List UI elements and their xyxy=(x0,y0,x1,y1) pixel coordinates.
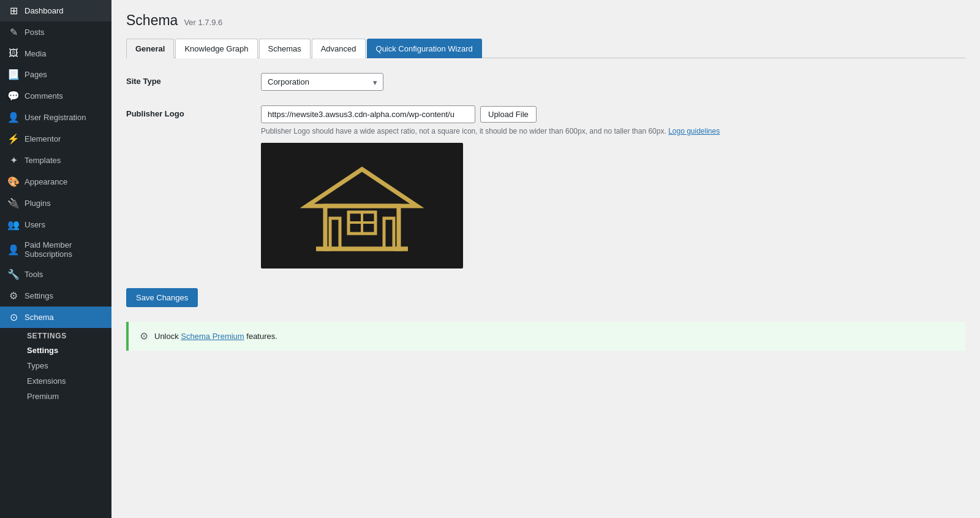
page-title-version: Ver 1.7.9.6 xyxy=(184,18,222,27)
sidebar-item-label: Plugins xyxy=(24,199,51,208)
sidebar-item-pages[interactable]: 📃 Pages xyxy=(0,64,111,85)
tools-icon: 🔧 xyxy=(7,269,20,280)
plugins-icon: 🔌 xyxy=(7,197,20,209)
templates-icon: ✦ xyxy=(7,154,20,166)
site-type-row: Site Type Corporation News Blog LocalBus… xyxy=(126,73,965,91)
dashboard-icon: ⊞ xyxy=(7,5,20,17)
sidebar-item-user-registration[interactable]: 👤 User Registration xyxy=(0,107,111,128)
save-changes-button[interactable]: Save Changes xyxy=(126,288,198,307)
main-content: Schema Ver 1.7.9.6 General Knowledge Gra… xyxy=(111,0,980,518)
users-icon: 👥 xyxy=(7,219,20,230)
sidebar-item-templates[interactable]: ✦ Templates xyxy=(0,150,111,171)
sidebar-item-appearance[interactable]: 🎨 Appearance xyxy=(0,171,111,192)
sidebar: ⊞ Dashboard ✎ Posts 🖼 Media 📃 Pages 💬 Co… xyxy=(0,0,111,518)
site-type-control: Corporation News Blog LocalBusiness Pers… xyxy=(261,73,965,91)
elementor-icon: ⚡ xyxy=(7,133,20,145)
site-type-select[interactable]: Corporation News Blog LocalBusiness Pers… xyxy=(261,73,383,91)
sidebar-item-label: Media xyxy=(24,49,46,58)
site-type-label: Site Type xyxy=(126,73,249,86)
posts-icon: ✎ xyxy=(7,26,20,38)
svg-rect-5 xyxy=(330,218,340,249)
sidebar-item-dashboard[interactable]: ⊞ Dashboard xyxy=(0,0,111,21)
gear-icon: ⚙ xyxy=(140,330,148,342)
sidebar-item-plugins[interactable]: 🔌 Plugins xyxy=(0,192,111,214)
sidebar-sub-premium[interactable]: Premium xyxy=(0,389,111,404)
sidebar-item-posts[interactable]: ✎ Posts xyxy=(0,21,111,43)
site-type-select-wrapper[interactable]: Corporation News Blog LocalBusiness Pers… xyxy=(261,73,383,91)
sidebar-item-users[interactable]: 👥 Users xyxy=(0,214,111,235)
schema-premium-link[interactable]: Schema Premium xyxy=(181,332,244,341)
tab-bar: General Knowledge Graph Schemas Advanced… xyxy=(126,39,965,58)
page-title: Schema Ver 1.7.9.6 xyxy=(126,12,965,29)
sidebar-item-label: Comments xyxy=(24,91,63,101)
logo-hint: Publisher Logo should have a wide aspect… xyxy=(261,127,720,135)
logo-url-row: Upload File xyxy=(261,105,720,123)
svg-marker-0 xyxy=(307,169,417,206)
publisher-logo-input[interactable] xyxy=(261,105,475,123)
form-content: Site Type Corporation News Blog LocalBus… xyxy=(126,73,965,351)
sidebar-item-paid-member[interactable]: 👤 Paid Member Subscriptions xyxy=(0,235,111,264)
logo-preview xyxy=(261,143,463,269)
tab-quick-config[interactable]: Quick Configuration Wizard xyxy=(367,39,482,58)
logo-guidelines-link[interactable]: Logo guidelines xyxy=(668,127,720,135)
unlock-text: Unlock Schema Premium features. xyxy=(154,332,277,341)
upload-file-button[interactable]: Upload File xyxy=(480,106,537,123)
tab-schemas[interactable]: Schemas xyxy=(259,39,311,58)
pages-icon: 📃 xyxy=(7,69,20,80)
user-registration-icon: 👤 xyxy=(7,112,20,123)
sidebar-item-label: Appearance xyxy=(24,177,67,186)
sidebar-sub-types[interactable]: Types xyxy=(0,358,111,373)
sidebar-item-label: Elementor xyxy=(24,134,61,143)
sidebar-item-settings[interactable]: ⚙ Settings xyxy=(0,285,111,307)
sidebar-item-comments[interactable]: 💬 Comments xyxy=(0,85,111,107)
paid-member-icon: 👤 xyxy=(7,244,20,256)
schema-icon: ⊙ xyxy=(7,311,20,323)
sidebar-item-label: Paid Member Subscriptions xyxy=(24,240,104,259)
logo-svg xyxy=(282,157,442,255)
sidebar-sub-settings[interactable]: Settings xyxy=(0,343,111,358)
sidebar-item-tools[interactable]: 🔧 Tools xyxy=(0,264,111,285)
tab-advanced[interactable]: Advanced xyxy=(312,39,366,58)
sidebar-item-elementor[interactable]: ⚡ Elementor xyxy=(0,128,111,150)
comments-icon: 💬 xyxy=(7,90,20,102)
sidebar-sub-extensions[interactable]: Extensions xyxy=(0,373,111,389)
appearance-icon: 🎨 xyxy=(7,176,20,188)
svg-rect-6 xyxy=(384,218,394,249)
media-icon: 🖼 xyxy=(7,48,20,59)
sidebar-item-media[interactable]: 🖼 Media xyxy=(0,43,111,64)
tab-knowledge-graph[interactable]: Knowledge Graph xyxy=(175,39,257,58)
sidebar-item-label: Dashboard xyxy=(24,6,64,15)
publisher-logo-label: Publisher Logo xyxy=(126,105,249,118)
sidebar-item-schema[interactable]: ⊙ Schema xyxy=(0,307,111,328)
publisher-logo-control: Upload File Publisher Logo should have a… xyxy=(261,105,720,269)
publisher-logo-row: Publisher Logo Upload File Publisher Log… xyxy=(126,105,965,269)
sidebar-item-label: Posts xyxy=(24,28,45,37)
sidebar-sub-section-header: Settings xyxy=(0,328,111,343)
sidebar-item-label: Templates xyxy=(24,156,61,165)
tab-general[interactable]: General xyxy=(126,39,174,58)
sidebar-item-label: Settings xyxy=(24,291,53,300)
settings-icon: ⚙ xyxy=(7,290,20,302)
sidebar-item-label: Tools xyxy=(24,270,43,279)
sidebar-item-label: User Registration xyxy=(24,113,86,122)
page-title-text: Schema xyxy=(126,12,178,29)
unlock-banner: ⚙ Unlock Schema Premium features. xyxy=(126,322,965,351)
sidebar-item-label: Pages xyxy=(24,70,47,79)
sidebar-item-label: Users xyxy=(24,220,45,229)
sidebar-item-label: Schema xyxy=(24,313,54,322)
